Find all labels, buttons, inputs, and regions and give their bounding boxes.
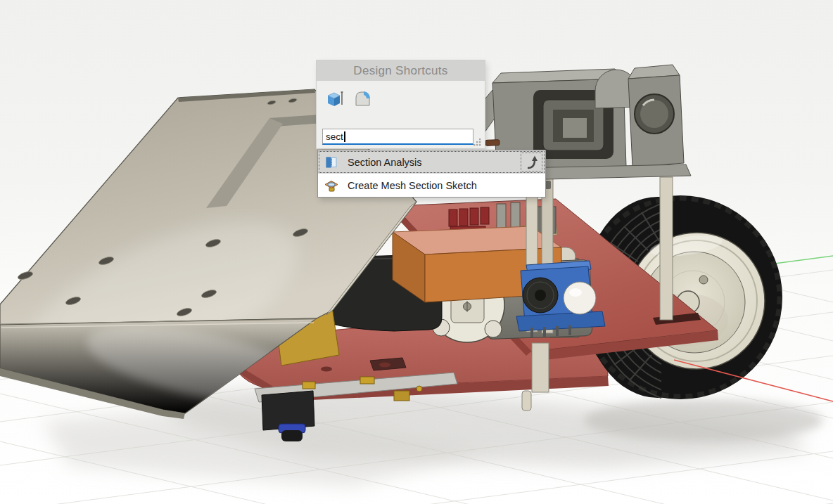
- dialog-title: Design Shortcuts: [353, 64, 447, 77]
- suggestion-label: Create Mesh Section Sketch: [348, 180, 477, 191]
- fusion-3d-viewport[interactable]: Design Shortcuts sect: [0, 0, 833, 504]
- run-command-button[interactable]: [521, 153, 542, 172]
- run-arrow-icon: [523, 154, 540, 171]
- extrude-icon: [325, 89, 344, 108]
- create-mesh-section-sketch-icon: [324, 178, 339, 193]
- design-shortcuts-dialog: Design Shortcuts sect: [317, 60, 485, 148]
- command-suggestions-list: Section Analysis Create Mesh Section Ske…: [317, 150, 546, 198]
- suggestion-label: Section Analysis: [348, 157, 422, 168]
- fillet-icon: [353, 89, 372, 108]
- text-caret: [344, 131, 345, 142]
- fillet-shortcut-button[interactable]: [353, 89, 372, 108]
- tower-post-right[interactable]: [660, 177, 673, 320]
- search-input[interactable]: sect: [322, 129, 473, 145]
- search-input-value: sect: [326, 131, 343, 142]
- pinned-shortcuts-row: [325, 89, 372, 108]
- dialog-title-bar[interactable]: Design Shortcuts: [317, 60, 485, 81]
- suggestion-create-mesh-section-sketch[interactable]: Create Mesh Section Sketch: [318, 174, 545, 197]
- resize-grip[interactable]: [473, 138, 481, 146]
- extrude-shortcut-button[interactable]: [325, 89, 344, 108]
- white-ball-caster: [564, 282, 596, 314]
- peg-part[interactable]: [485, 139, 500, 146]
- suggestion-section-analysis[interactable]: Section Analysis: [318, 150, 545, 174]
- section-analysis-icon: [324, 155, 339, 170]
